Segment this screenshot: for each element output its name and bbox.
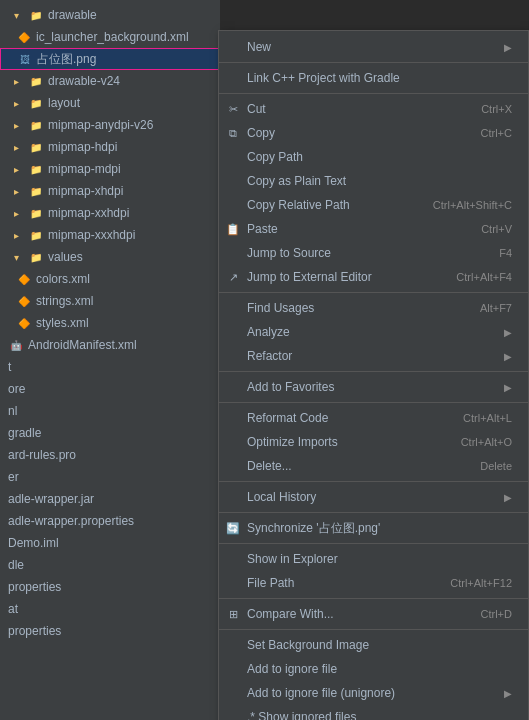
- folder-icon: ▸: [8, 117, 24, 133]
- menu-item-copy-relative-path[interactable]: Copy Relative Path Ctrl+Alt+Shift+C: [219, 193, 528, 217]
- tree-label: adle-wrapper.properties: [8, 514, 134, 528]
- shortcut-jump-source: F4: [479, 247, 512, 259]
- menu-label-reformat: Reformat Code: [247, 411, 328, 425]
- menu-item-show-explorer[interactable]: Show in Explorer: [219, 547, 528, 571]
- tree-item-values[interactable]: ▾ 📁 values: [0, 246, 220, 268]
- tree-label: layout: [48, 96, 80, 110]
- tree-item-mipmap-hdpi[interactable]: ▸ 📁 mipmap-hdpi: [0, 136, 220, 158]
- tree-label: mipmap-hdpi: [48, 140, 117, 154]
- png-file-icon: 🖼: [17, 51, 33, 67]
- menu-item-refactor[interactable]: Refactor ▶: [219, 344, 528, 368]
- tree-item-mipmap-mdpi[interactable]: ▸ 📁 mipmap-mdpi: [0, 158, 220, 180]
- tree-item-ard-rules[interactable]: ard-rules.pro: [0, 444, 220, 466]
- tree-item-mipmap-xhdpi[interactable]: ▸ 📁 mipmap-xhdpi: [0, 180, 220, 202]
- menu-item-analyze[interactable]: Analyze ▶: [219, 320, 528, 344]
- folder-icon8: 📁: [28, 205, 44, 221]
- menu-item-show-ignored[interactable]: .* Show ignored files: [219, 705, 528, 720]
- tree-label: gradle: [8, 426, 41, 440]
- tree-item-mipmap-xxxhdpi[interactable]: ▸ 📁 mipmap-xxxhdpi: [0, 224, 220, 246]
- menu-item-file-path[interactable]: File Path Ctrl+Alt+F12: [219, 571, 528, 595]
- tree-item-ic-launcher[interactable]: 🔶 ic_launcher_background.xml: [0, 26, 220, 48]
- tree-item-props[interactable]: properties: [0, 576, 220, 598]
- tree-item-props2[interactable]: properties: [0, 620, 220, 642]
- tree-item-er[interactable]: er: [0, 466, 220, 488]
- xml-icon2: 🔶: [16, 271, 32, 287]
- tree-item-colors-xml[interactable]: 🔶 colors.xml: [0, 268, 220, 290]
- tree-item-styles-xml[interactable]: 🔶 styles.xml: [0, 312, 220, 334]
- menu-item-jump-source[interactable]: Jump to Source F4: [219, 241, 528, 265]
- menu-item-new[interactable]: New ▶: [219, 35, 528, 59]
- menu-item-paste[interactable]: 📋 Paste Ctrl+V: [219, 217, 528, 241]
- menu-item-reformat[interactable]: Reformat Code Ctrl+Alt+L: [219, 406, 528, 430]
- tree-label: Demo.iml: [8, 536, 59, 550]
- shortcut-optimize: Ctrl+Alt+O: [441, 436, 512, 448]
- folder-icon: ▸: [8, 183, 24, 199]
- xml-icon3: 🔶: [16, 293, 32, 309]
- menu-item-optimize[interactable]: Optimize Imports Ctrl+Alt+O: [219, 430, 528, 454]
- menu-item-delete[interactable]: Delete... Delete: [219, 454, 528, 478]
- menu-item-link-cpp[interactable]: Link C++ Project with Gradle: [219, 66, 528, 90]
- menu-label-file-path: File Path: [247, 576, 294, 590]
- tree-label: mipmap-mdpi: [48, 162, 121, 176]
- tree-item-mipmap-xxhdpi[interactable]: ▸ 📁 mipmap-xxhdpi: [0, 202, 220, 224]
- compare-icon: ⊞: [225, 606, 241, 622]
- folder-icon9: 📁: [28, 227, 44, 243]
- menu-label-find-usages: Find Usages: [247, 301, 314, 315]
- tree-item-drawable[interactable]: ▾ 📁 drawable: [0, 4, 220, 26]
- tree-label: mipmap-xhdpi: [48, 184, 123, 198]
- external-editor-icon: ↗: [225, 269, 241, 285]
- file-tree: ▾ 📁 drawable 🔶 ic_launcher_background.xm…: [0, 0, 220, 720]
- tree-item-ore[interactable]: ore: [0, 378, 220, 400]
- menu-item-copy[interactable]: ⧉ Copy Ctrl+C: [219, 121, 528, 145]
- menu-item-cut[interactable]: ✂ Cut Ctrl+X: [219, 97, 528, 121]
- tree-item-mipmap-anydpi[interactable]: ▸ 📁 mipmap-anydpi-v26: [0, 114, 220, 136]
- menu-label-copy-plain-text: Copy as Plain Text: [247, 174, 346, 188]
- menu-label-refactor: Refactor: [247, 349, 292, 363]
- shortcut-cut: Ctrl+X: [461, 103, 512, 115]
- tree-item-at[interactable]: at: [0, 598, 220, 620]
- tree-item-demo-iml[interactable]: Demo.iml: [0, 532, 220, 554]
- menu-item-jump-external[interactable]: ↗ Jump to External Editor Ctrl+Alt+F4: [219, 265, 528, 289]
- tree-item-strings-xml[interactable]: 🔶 strings.xml: [0, 290, 220, 312]
- paste-icon: 📋: [225, 221, 241, 237]
- menu-item-synchronize[interactable]: 🔄 Synchronize '占位图.png': [219, 516, 528, 540]
- tree-item-t[interactable]: t: [0, 356, 220, 378]
- tree-item-adle-wrapper-jar[interactable]: adle-wrapper.jar: [0, 488, 220, 510]
- folder-icon: ▸: [8, 73, 24, 89]
- folder-icon: ▸: [8, 95, 24, 111]
- menu-item-add-ignore[interactable]: Add to ignore file: [219, 657, 528, 681]
- folder-icon7: 📁: [28, 183, 44, 199]
- tree-label: adle-wrapper.jar: [8, 492, 94, 506]
- shortcut-delete: Delete: [460, 460, 512, 472]
- submenu-arrow-analyze: ▶: [504, 327, 512, 338]
- tree-label: 占位图.png: [37, 51, 96, 68]
- menu-item-compare[interactable]: ⊞ Compare With... Ctrl+D: [219, 602, 528, 626]
- tree-label: ard-rules.pro: [8, 448, 76, 462]
- menu-label-paste: Paste: [247, 222, 278, 236]
- menu-item-add-ignore-unignore[interactable]: Add to ignore file (unignore) ▶: [219, 681, 528, 705]
- shortcut-find-usages: Alt+F7: [460, 302, 512, 314]
- tree-item-nl[interactable]: nl: [0, 400, 220, 422]
- context-menu: New ▶ Link C++ Project with Gradle ✂ Cut…: [218, 30, 529, 720]
- menu-item-find-usages[interactable]: Find Usages Alt+F7: [219, 296, 528, 320]
- tree-item-drawable-v24[interactable]: ▸ 📁 drawable-v24: [0, 70, 220, 92]
- menu-item-local-history[interactable]: Local History ▶: [219, 485, 528, 509]
- tree-item-adle-wrapper-props[interactable]: adle-wrapper.properties: [0, 510, 220, 532]
- menu-item-copy-path[interactable]: Copy Path: [219, 145, 528, 169]
- tree-item-dle[interactable]: dle: [0, 554, 220, 576]
- shortcut-reformat: Ctrl+Alt+L: [443, 412, 512, 424]
- menu-item-set-background[interactable]: Set Background Image: [219, 633, 528, 657]
- menu-label-link-cpp: Link C++ Project with Gradle: [247, 71, 400, 85]
- menu-label-copy-path: Copy Path: [247, 150, 303, 164]
- tree-item-placeholder-png[interactable]: 🖼 占位图.png: [0, 48, 220, 70]
- tree-item-androidmanifest[interactable]: 🤖 AndroidManifest.xml: [0, 334, 220, 356]
- submenu-arrow-local-history: ▶: [504, 492, 512, 503]
- menu-label-analyze: Analyze: [247, 325, 290, 339]
- menu-item-copy-plain-text[interactable]: Copy as Plain Text: [219, 169, 528, 193]
- tree-label: nl: [8, 404, 17, 418]
- separator-1: [219, 62, 528, 63]
- tree-item-gradle[interactable]: gradle: [0, 422, 220, 444]
- tree-item-layout[interactable]: ▸ 📁 layout: [0, 92, 220, 114]
- menu-item-add-favorites[interactable]: Add to Favorites ▶: [219, 375, 528, 399]
- folder-icon: ▾: [8, 249, 24, 265]
